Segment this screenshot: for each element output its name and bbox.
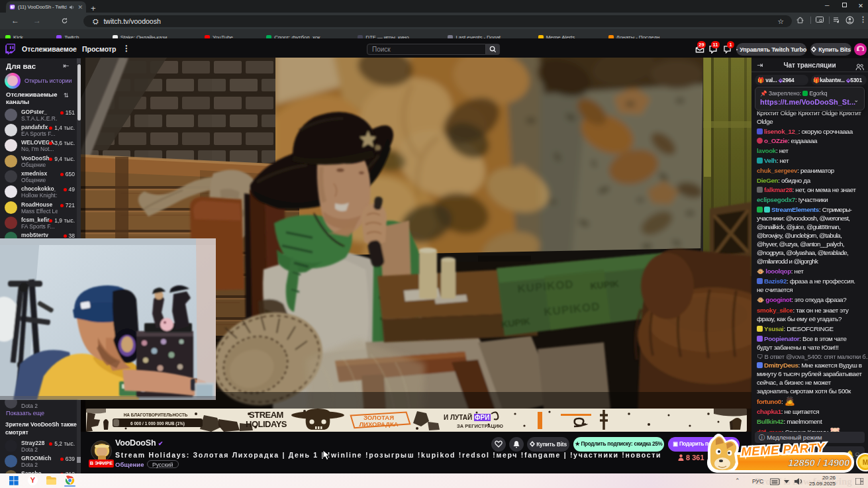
- svg-text:ФРИ: ФРИ: [475, 414, 489, 421]
- svg-text:12850 / 14900: 12850 / 14900: [788, 458, 849, 468]
- svg-text:STREAM: STREAM: [249, 410, 283, 420]
- svg-text:И ЛУТАЙ: И ЛУТАЙ: [444, 413, 472, 421]
- svg-text:ЗА РЕГИСТРАЦИЮ: ЗА РЕГИСТРАЦИЮ: [457, 423, 503, 429]
- svg-text:6 000 / 1 000 000 RUB (1%): 6 000 / 1 000 000 RUB (1%): [130, 421, 185, 426]
- svg-text:ЛИХОРАДКА: ЛИХОРАДКА: [359, 420, 398, 428]
- svg-text:HOLIDAYS: HOLIDAYS: [246, 419, 287, 429]
- svg-text:M: M: [863, 459, 868, 466]
- svg-text:НА БЛАГОТВОРИТЕЛЬНОСТЬ: НА БЛАГОТВОРИТЕЛЬНОСТЬ: [124, 413, 188, 417]
